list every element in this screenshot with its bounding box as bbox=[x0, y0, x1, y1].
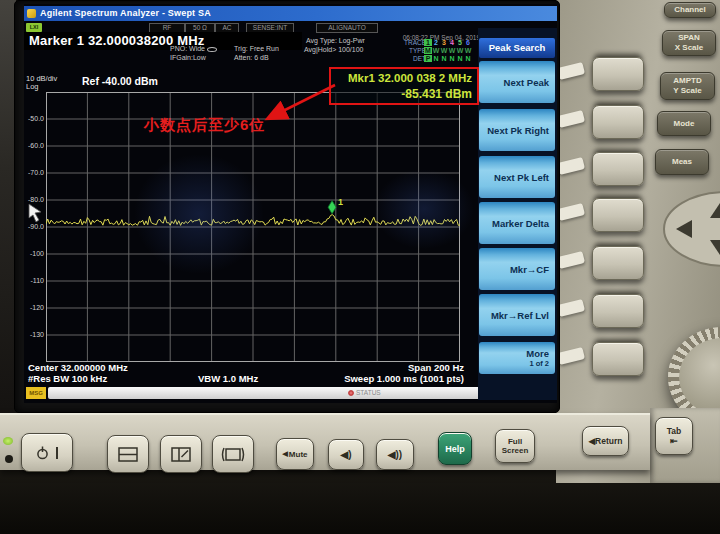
softkey-press-button-1[interactable] bbox=[592, 57, 644, 91]
volume-up-button[interactable]: ◀)) bbox=[376, 439, 414, 470]
tab-button-label: Tab bbox=[667, 426, 681, 436]
type-letters: MWWWWW bbox=[424, 47, 472, 54]
softkey-lever bbox=[557, 203, 585, 221]
softkey-menu: Peak Search Next Peak Next Pk Right Next… bbox=[478, 28, 557, 400]
y-tick-label: -130 bbox=[24, 331, 44, 338]
softkey-lever bbox=[557, 62, 585, 80]
help-button[interactable]: Help bbox=[438, 432, 472, 465]
next-window-icon bbox=[221, 446, 245, 463]
softkey-press-button-5[interactable] bbox=[592, 246, 644, 280]
speaker-loud-icon: ◀)) bbox=[388, 449, 402, 460]
y-tick-label: -110 bbox=[24, 277, 44, 284]
sweep-label: Sweep 1.000 ms (1001 pts) bbox=[294, 373, 464, 384]
pno-setting: PNO: Wide bbox=[170, 45, 217, 52]
svg-text:1: 1 bbox=[338, 197, 343, 207]
trace-row: TRACE 123456 bbox=[394, 39, 478, 47]
marker-frequency-readout: Mkr1 32.000 038 2 MHz bbox=[348, 72, 472, 84]
det-row: DET PNNNNN bbox=[394, 55, 478, 63]
rotary-knob-face bbox=[679, 338, 720, 416]
zoom-window-icon bbox=[170, 446, 192, 463]
speaker-quiet-icon: ◀) bbox=[340, 449, 351, 460]
atten-setting: Atten: 6 dB bbox=[234, 54, 269, 61]
softkey-lever bbox=[557, 157, 585, 175]
det-letters: PNNNNN bbox=[424, 55, 472, 62]
app-icon bbox=[27, 9, 36, 18]
y-tick-label: -50.0 bbox=[24, 115, 44, 122]
y-tick-label: -80.0 bbox=[24, 196, 44, 203]
lxi-badge: LXI bbox=[26, 23, 42, 32]
softkey-lever bbox=[557, 299, 585, 317]
right-panel: Channel SPAN X Scale AMPTD Y Scale Mode … bbox=[556, 0, 720, 483]
window-next-button[interactable] bbox=[212, 435, 254, 473]
channel-button[interactable]: Channel bbox=[664, 2, 716, 18]
mute-button[interactable]: ◀ Mute bbox=[276, 438, 314, 470]
softkey-lever bbox=[557, 110, 585, 128]
vbw-label: VBW 1.0 MHz bbox=[198, 373, 258, 384]
trace-label: TRACE bbox=[404, 39, 426, 46]
ifgain-setting: IFGain:Low bbox=[170, 54, 206, 61]
marker-amplitude-readout: -85.431 dBm bbox=[401, 87, 472, 101]
avg-hold-setting: Avg|Hold> 100/100 bbox=[304, 46, 364, 53]
window-title: Agilent Spectrum Analyzer - Swept SA bbox=[40, 8, 211, 18]
power-led bbox=[3, 437, 13, 445]
trace-digits: 123456 bbox=[424, 39, 472, 46]
pno-loop-icon bbox=[207, 47, 217, 52]
center-freq-label: Center 32.000000 MHz bbox=[28, 362, 128, 373]
scale-mode-label: Log bbox=[26, 82, 39, 91]
align-status: ALIGNAUTO bbox=[316, 23, 378, 33]
speaker-mute-icon: ◀ bbox=[282, 450, 287, 458]
softkey-press-button-7[interactable] bbox=[592, 342, 644, 376]
status-indicator: STATUS bbox=[348, 389, 381, 396]
tab-key-module: Tab ⇤ bbox=[650, 408, 720, 483]
arrow-keypad[interactable] bbox=[648, 190, 720, 268]
softkey-menu-title: Peak Search bbox=[479, 38, 555, 58]
meas-button[interactable]: Meas bbox=[655, 149, 709, 175]
ref-level-label: Ref -40.00 dBm bbox=[82, 75, 158, 87]
softkey-press-button-6[interactable] bbox=[592, 294, 644, 328]
pno-label: PNO: Wide bbox=[170, 45, 205, 52]
volume-down-button[interactable]: ◀) bbox=[328, 439, 364, 470]
softkey-lever bbox=[557, 347, 585, 365]
split-window-icon bbox=[117, 446, 139, 463]
marker-readout-annotation-box: Mkr1 32.000 038 2 MHz -85.431 dBm bbox=[329, 67, 479, 105]
spectrum-analyzer-front: Channel SPAN X Scale AMPTD Y Scale Mode … bbox=[0, 0, 720, 534]
window-split-button[interactable] bbox=[107, 435, 149, 473]
annotation-note: 小数点后至少6位 bbox=[144, 116, 265, 135]
res-bw-label: #Res BW 100 kHz bbox=[28, 373, 107, 384]
status-text: STATUS bbox=[356, 389, 381, 396]
window-zoom-button[interactable] bbox=[160, 435, 202, 473]
avg-type-setting: Avg Type: Log-Pwr bbox=[306, 37, 365, 44]
trigger-setting: Trig: Free Run bbox=[234, 45, 279, 52]
softkey-press-button-2[interactable] bbox=[592, 105, 644, 139]
softkey-more[interactable]: More 1 of 2 bbox=[479, 342, 555, 374]
power-on-bar-icon bbox=[56, 447, 59, 459]
power-icon bbox=[36, 446, 49, 460]
mode-button[interactable]: Mode bbox=[657, 111, 711, 136]
span-xscale-button[interactable]: SPAN X Scale bbox=[662, 30, 716, 56]
softkey-press-button-3[interactable] bbox=[592, 152, 644, 186]
tab-button[interactable]: Tab ⇤ bbox=[655, 417, 693, 455]
power-button[interactable] bbox=[21, 433, 73, 472]
softkey-next-pk-right[interactable]: Next Pk Right bbox=[479, 109, 555, 151]
y-tick-label: -120 bbox=[24, 304, 44, 311]
softkey-marker-delta[interactable]: Marker Delta bbox=[479, 202, 555, 244]
amptd-yscale-button[interactable]: AMPTD Y Scale bbox=[660, 72, 715, 100]
softkey-mkr-to-cf[interactable]: Mkr→CF bbox=[479, 248, 555, 290]
status-icon bbox=[348, 390, 354, 396]
softkey-next-peak[interactable]: Next Peak bbox=[479, 61, 555, 103]
full-screen-button[interactable]: Full Screen bbox=[495, 429, 535, 463]
more-page-indicator: 1 of 2 bbox=[529, 359, 549, 368]
y-tick-label: -60.0 bbox=[24, 142, 44, 149]
softkey-press-button-4[interactable] bbox=[592, 198, 644, 232]
type-row: TYPE MWWWWW bbox=[394, 47, 478, 55]
bottom-panel: ◀ Mute ◀) ◀)) Help Full Screen ◀Return bbox=[0, 413, 650, 470]
softkey-mkr-to-reflvl[interactable]: Mkr→Ref Lvl bbox=[479, 294, 555, 336]
annotation-arrow-icon bbox=[257, 80, 341, 126]
softkey-next-pk-left[interactable]: Next Pk Left bbox=[479, 156, 555, 198]
msg-badge: MSG bbox=[26, 387, 46, 399]
mute-label: Mute bbox=[289, 450, 308, 459]
return-button[interactable]: ◀Return bbox=[582, 426, 629, 456]
mouse-cursor-icon bbox=[28, 203, 44, 223]
span-label: Span 200 Hz bbox=[354, 362, 464, 373]
lcd-screen: Agilent Spectrum Analyzer - Swept SA LXI… bbox=[24, 4, 557, 403]
